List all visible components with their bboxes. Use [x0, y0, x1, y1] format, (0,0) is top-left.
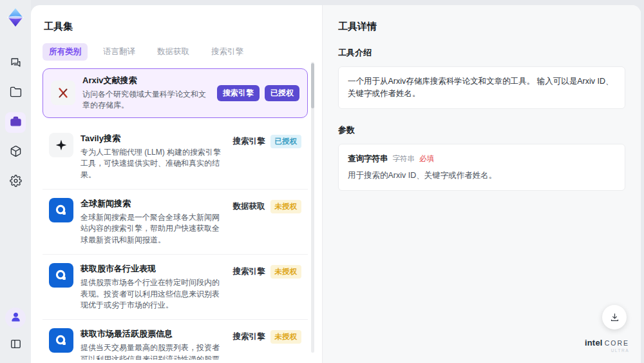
- intro-box: 一个用于从Arxiv存储库搜索科学论文和文章的工具。 输入可以是Arxiv ID…: [338, 66, 625, 109]
- tool-row[interactable]: Tavily搜索 专为人工智能代理 (LLM) 构建的搜索引擎工具，可快速提供实…: [43, 124, 308, 190]
- params-section-title: 参数: [338, 124, 625, 136]
- brand-intel-text: intel: [585, 338, 603, 348]
- tool-title: 全球新闻搜索: [80, 198, 223, 210]
- app-logo[interactable]: [5, 6, 26, 28]
- tool-desc: 提供股票市场各个行业在特定时间段内的表现。投资者可以利用这些信息来识别表现优于或…: [80, 277, 223, 311]
- left-sidebar: [0, 0, 31, 363]
- category-label: 搜索引擎: [233, 266, 265, 277]
- tool-desc: 全球新闻搜索是一个聚合全球各大新闻网站内容的搜索引擎，帮助用户快速获取全球最新资…: [80, 212, 223, 246]
- param-box: 查询字符串 字符串 必填 用于搜索的Arxiv ID、关键字或作者姓名。: [338, 144, 625, 191]
- download-button[interactable]: [602, 305, 627, 329]
- brand-core-text: CORE: [605, 340, 629, 348]
- status-badge: 已授权: [270, 135, 302, 148]
- sidebar-item-panel-toggle[interactable]: [5, 335, 26, 355]
- tool-title: Arxiv文献搜索: [82, 75, 210, 86]
- tool-text: Tavily搜索 专为人工智能代理 (LLM) 构建的搜索引擎工具，可快速提供实…: [80, 133, 223, 181]
- category-label: 数据获取: [233, 201, 265, 212]
- tool-meta: 搜索引擎 未授权: [233, 265, 302, 279]
- category-label: 搜索引擎: [233, 136, 265, 147]
- param-desc: 用于搜索的Arxiv ID、关键字或作者姓名。: [348, 170, 616, 182]
- tool-meta: 数据获取 未授权: [233, 200, 302, 213]
- main-window: 工具集 所有类别语言翻译数据获取搜索引擎 Arxiv文献搜索 访问各个研究领域大…: [31, 5, 641, 363]
- tool-row[interactable]: 全球新闻搜索 全球新闻搜索是一个聚合全球各大新闻网站内容的搜索引擎，帮助用户快速…: [43, 190, 308, 255]
- chat-icon: [10, 56, 22, 71]
- tool-list[interactable]: Arxiv文献搜索 访问各个研究领域大量科学论文和文章的存储库。 搜索引擎 已授…: [43, 68, 308, 360]
- sidebar-nav: [5, 53, 26, 192]
- tool-meta: 搜索引擎 已授权: [233, 135, 302, 148]
- tab-1[interactable]: 语言翻译: [97, 43, 142, 61]
- news-search-icon: [49, 198, 73, 222]
- status-badge: 已授权: [265, 85, 299, 101]
- param-required-badge: 必填: [419, 153, 434, 164]
- tool-text: 获取股市各行业表现 提供股票市场各个行业在特定时间段内的表现。投资者可以利用这些…: [80, 263, 223, 311]
- status-badge: 未授权: [270, 200, 302, 213]
- intel-core-logo: intel CORE ULTRA: [585, 338, 629, 353]
- tools-panel: 工具集 所有类别语言翻译数据获取搜索引擎 Arxiv文献搜索 访问各个研究领域大…: [31, 5, 322, 363]
- tool-desc: 专为人工智能代理 (LLM) 构建的搜索引擎工具，可快速提供实时、准确和真实的结…: [80, 147, 223, 181]
- category-tabs: 所有类别语言翻译数据获取搜索引擎: [43, 43, 308, 61]
- param-head: 查询字符串 字符串 必填: [348, 153, 616, 165]
- tool-meta: 搜索引擎 已授权: [217, 85, 299, 101]
- intro-section-title: 工具介绍: [338, 47, 625, 59]
- category-label: 搜索引擎: [233, 331, 265, 342]
- tool-desc: 访问各个研究领域大量科学论文和文章的存储库。: [82, 89, 210, 112]
- tool-row[interactable]: Arxiv文献搜索 访问各个研究领域大量科学论文和文章的存储库。 搜索引擎 已授…: [43, 68, 308, 118]
- folder-icon: [10, 86, 22, 101]
- tool-title: Tavily搜索: [80, 133, 223, 144]
- arxiv-icon: [51, 81, 75, 105]
- details-title: 工具详情: [338, 21, 625, 33]
- list-scrollbar[interactable]: [311, 62, 314, 353]
- tool-title: 获取股市各行业表现: [80, 263, 223, 275]
- sidebar-item-tools[interactable]: [5, 112, 26, 133]
- status-badge: 未授权: [270, 265, 302, 279]
- sidebar-item-models[interactable]: [5, 142, 26, 162]
- news-search-icon: [49, 263, 73, 288]
- param-type: 字符串: [393, 153, 415, 164]
- download-icon: [609, 312, 620, 323]
- brand-ultra-text: ULTRA: [585, 348, 629, 353]
- tool-row[interactable]: 获取股市各行业表现 提供股票市场各个行业在特定时间段内的表现。投资者可以利用这些…: [43, 255, 308, 320]
- scrollbar-thumb[interactable]: [311, 63, 314, 108]
- tool-row[interactable]: 获取市场最活跃股票信息 提供当天交易量最高的股票列表，投资者可以利用这些信息来识…: [43, 320, 308, 360]
- briefcase-icon: [10, 115, 22, 130]
- sidebar-item-chat[interactable]: [5, 53, 26, 74]
- tools-panel-title: 工具集: [44, 21, 308, 33]
- tool-text: 全球新闻搜索 全球新闻搜索是一个聚合全球各大新闻网站内容的搜索引擎，帮助用户快速…: [80, 198, 223, 246]
- tool-title: 获取市场最活跃股票信息: [80, 328, 223, 340]
- category-badge: 搜索引擎: [217, 85, 260, 101]
- tool-meta: 搜索引擎 未授权: [233, 330, 302, 344]
- cube-icon: [10, 145, 22, 160]
- sidebar-bottom: [5, 308, 26, 363]
- tool-text: Arxiv文献搜索 访问各个研究领域大量科学论文和文章的存储库。: [82, 75, 210, 112]
- gear-icon: [10, 175, 22, 190]
- tab-0[interactable]: 所有类别: [43, 43, 88, 61]
- news-search-icon: [49, 328, 73, 353]
- tavily-star-icon: [49, 133, 73, 157]
- sidebar-item-files[interactable]: [5, 83, 26, 103]
- tab-3[interactable]: 搜索引擎: [205, 43, 250, 61]
- panel-icon: [10, 338, 22, 353]
- tool-desc: 提供当天交易量最高的股票列表，投资者可以利用这些信息来识别流动性强的股票和潜在的…: [80, 342, 223, 360]
- tab-2[interactable]: 数据获取: [151, 43, 196, 61]
- user-icon: [10, 311, 22, 326]
- sidebar-item-account[interactable]: [5, 308, 26, 328]
- status-badge: 未授权: [270, 330, 302, 344]
- tool-details-panel: 工具详情 工具介绍 一个用于从Arxiv存储库搜索科学论文和文章的工具。 输入可…: [322, 5, 641, 363]
- tool-text: 获取市场最活跃股票信息 提供当天交易量最高的股票列表，投资者可以利用这些信息来识…: [80, 328, 223, 360]
- param-name: 查询字符串: [348, 153, 388, 165]
- sidebar-item-settings[interactable]: [5, 172, 26, 192]
